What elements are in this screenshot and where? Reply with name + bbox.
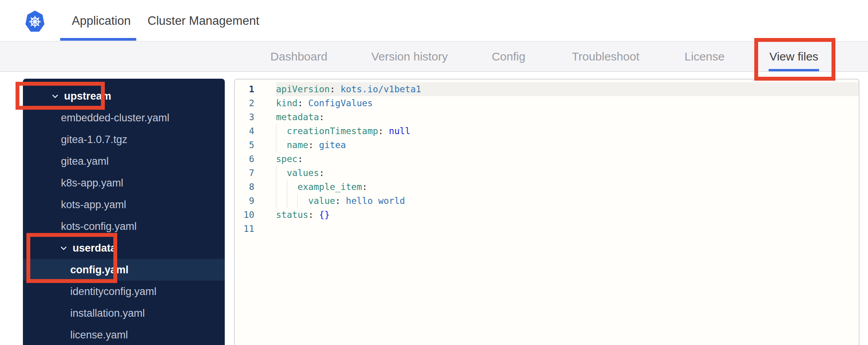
code-text[interactable]: spec: — [276, 152, 859, 166]
indent-guide — [297, 194, 298, 208]
code-text[interactable]: kind: ConfigValues — [276, 96, 859, 110]
code-line-7: 7 values: — [235, 166, 859, 180]
tree-item-label: config.yaml — [70, 264, 128, 276]
code-text[interactable]: apiVersion: kots.io/v1beta1 — [276, 82, 859, 96]
code-line-1: 1apiVersion: kots.io/v1beta1 — [235, 82, 859, 96]
line-number: 1 — [235, 84, 254, 94]
tree-item-label: license.yaml — [70, 329, 128, 341]
tree-file-gitea-1.0.7.tgz[interactable]: gitea-1.0.7.tgz — [23, 129, 225, 150]
tree-item-label: userdata — [73, 242, 116, 254]
line-number: 2 — [235, 98, 254, 108]
tree-item-label: embedded-cluster.yaml — [61, 112, 169, 124]
line-number: 3 — [235, 112, 254, 122]
tree-file-embedded-cluster.yaml[interactable]: embedded-cluster.yaml — [23, 107, 225, 129]
code-text[interactable]: status: {} — [276, 208, 859, 222]
code-lines: 1apiVersion: kots.io/v1beta12kind: Confi… — [235, 82, 859, 236]
tree-file-config.yaml[interactable]: config.yaml — [23, 259, 225, 281]
tree-file-identityconfig.yaml[interactable]: identityconfig.yaml — [23, 281, 225, 302]
line-number: 8 — [235, 182, 254, 192]
line-number: 6 — [235, 154, 254, 164]
tree-file-k8s-app.yaml[interactable]: k8s-app.yaml — [23, 172, 225, 194]
chevron-down-icon — [59, 243, 68, 253]
code-line-8: 8 example_item: — [235, 180, 859, 194]
chevron-down-icon — [50, 91, 60, 101]
subnav-config[interactable]: Config — [492, 50, 526, 63]
kubernetes-logo-icon — [25, 10, 45, 33]
code-text[interactable]: example_item: — [276, 180, 859, 194]
code-line-6: 6spec: — [235, 152, 859, 166]
tree-item-label: kots-app.yaml — [61, 199, 126, 211]
subnav-view-files[interactable]: View files — [769, 50, 818, 63]
tree-file-license.yaml[interactable]: license.yaml — [23, 324, 225, 345]
line-number: 5 — [235, 140, 254, 150]
tree-item-label: gitea.yaml — [61, 155, 109, 167]
code-text[interactable]: creationTimestamp: null — [276, 124, 859, 138]
yaml-file-viewer[interactable]: 1apiVersion: kots.io/v1beta12kind: Confi… — [234, 79, 859, 345]
app-subnav: Dashboard Version history Config Trouble… — [0, 41, 868, 72]
tree-file-gitea.yaml[interactable]: gitea.yaml — [23, 150, 225, 172]
line-number: 10 — [235, 210, 254, 220]
tree-file-kots-config.yaml[interactable]: kots-config.yaml — [23, 216, 225, 237]
code-line-9: 9 value: hello world — [235, 194, 859, 208]
indent-guide — [276, 180, 276, 194]
subnav-version-history[interactable]: Version history — [372, 50, 448, 63]
code-line-3: 3metadata: — [235, 110, 859, 124]
active-subnav-underline — [769, 69, 819, 71]
line-number: 9 — [235, 196, 254, 206]
active-tab-underline — [60, 38, 136, 41]
indent-guide — [276, 194, 276, 208]
tree-item-label: gitea-1.0.7.tgz — [61, 134, 127, 146]
tree-file-kots-app.yaml[interactable]: kots-app.yaml — [23, 194, 225, 216]
app-header: Application Cluster Management — [0, 0, 868, 41]
code-text[interactable]: metadata: — [276, 110, 859, 124]
helm-wheel-icon — [28, 14, 42, 29]
subnav-license[interactable]: License — [684, 50, 724, 63]
tree-file-installation.yaml[interactable]: installation.yaml — [23, 302, 225, 324]
code-line-5: 5 name: gitea — [235, 138, 859, 152]
code-line-10: 10status: {} — [235, 208, 859, 222]
tab-cluster-management[interactable]: Cluster Management — [148, 14, 259, 28]
code-text[interactable]: name: gitea — [276, 138, 859, 152]
tab-application[interactable]: Application — [72, 14, 131, 28]
tree-folder-userdata[interactable]: userdata — [23, 237, 225, 259]
indent-guide — [276, 166, 276, 180]
tree-item-label: identityconfig.yaml — [70, 286, 156, 298]
indent-guide — [276, 124, 276, 138]
tree-item-label: upstream — [64, 90, 111, 102]
subnav-dashboard[interactable]: Dashboard — [271, 50, 328, 63]
line-number: 7 — [235, 168, 254, 178]
indent-guide — [287, 180, 287, 194]
tree-item-label: k8s-app.yaml — [61, 177, 123, 189]
line-number: 4 — [235, 126, 254, 136]
code-text[interactable]: values: — [276, 166, 859, 180]
subnav-troubleshoot[interactable]: Troubleshoot — [572, 50, 639, 63]
tree-item-label: kots-config.yaml — [61, 221, 137, 233]
line-number: 11 — [235, 224, 254, 234]
code-text[interactable]: value: hello world — [276, 194, 859, 208]
file-tree-sidebar: upstreamembedded-cluster.yamlgitea-1.0.7… — [23, 79, 225, 345]
code-line-11: 11 — [235, 222, 859, 236]
tree-folder-upstream[interactable]: upstream — [23, 85, 225, 107]
tree-item-label: installation.yaml — [70, 307, 145, 319]
indent-guide — [287, 194, 287, 208]
code-line-2: 2kind: ConfigValues — [235, 96, 859, 110]
code-line-4: 4 creationTimestamp: null — [235, 124, 859, 138]
indent-guide — [276, 138, 276, 152]
kots-admin-console: Application Cluster Management Dashboard… — [0, 0, 868, 345]
